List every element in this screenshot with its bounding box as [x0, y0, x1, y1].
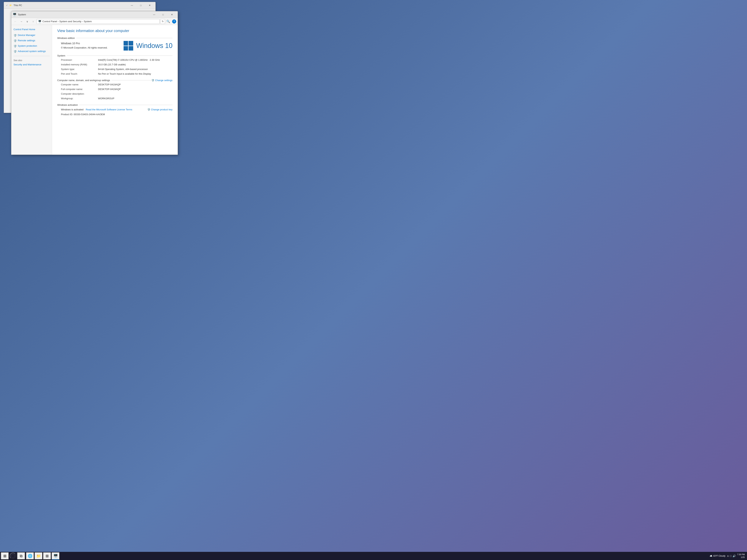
shield-icon-3: 🛡️	[14, 45, 17, 48]
sidebar-link-text-remote: Remote settings	[18, 39, 35, 42]
sidebar-link-text-protection: System protection	[18, 45, 37, 48]
full-computer-name-row: Full computer name: DESKTOP-0419AQP	[61, 88, 173, 90]
edition-copyright: © Microsoft Corporation. All rights rese…	[61, 46, 108, 50]
search-button[interactable]: 🔍	[166, 19, 171, 24]
path-separator-1: ›	[58, 20, 58, 23]
dropdown-button[interactable]: ∨	[25, 19, 30, 24]
computer-name-value: DESKTOP-0419AQP	[98, 83, 173, 86]
system-section-label: System	[57, 54, 65, 57]
activation-status-group: Windows is activated Read the Microsoft …	[61, 108, 132, 111]
win-square-tr	[129, 41, 133, 46]
taskbar-right: ☁️ 43°F Cloudy ∧ □ 🔊 7:30 PM 1/25	[710, 553, 746, 559]
sidebar-security-maintenance-link[interactable]: Security and Maintenance	[14, 63, 50, 66]
sidebar-item-system-protection[interactable]: 🛡️ System protection	[14, 45, 50, 48]
task-view-button[interactable]: ⧉	[17, 552, 25, 560]
help-button[interactable]: ?	[172, 20, 176, 24]
taskbar-edge-button[interactable]: 🌐	[26, 552, 34, 560]
system-minimize-button[interactable]: —	[150, 12, 158, 18]
system-info-table: Processor: Intel(R) Core(TM) i7-10610U C…	[57, 58, 173, 75]
address-path-control-panel[interactable]: Control Panel	[43, 20, 57, 23]
workgroup-row: Workgroup: WORKGROUP	[61, 97, 173, 100]
desktop: ✓ 📁 This PC — □ ✕ 🖥️ System — □ ✕ ←	[0, 0, 747, 560]
workgroup-label: Workgroup:	[61, 97, 98, 100]
system-close-button[interactable]: ✕	[168, 12, 176, 18]
activation-status-row: Windows is activated Read the Microsoft …	[57, 108, 173, 111]
content-area: View basic information about your comput…	[52, 25, 178, 155]
win-square-br	[129, 46, 133, 51]
taskbar-search-button[interactable]: ○	[10, 553, 16, 559]
activation-section-label: Windows activation	[57, 104, 78, 106]
product-id-row: Product ID: 00330-53403-24044-AAOEM	[57, 113, 173, 116]
system-section-header: System	[57, 54, 173, 57]
taskbar-system-button[interactable]: 🖥️	[52, 552, 60, 560]
change-settings-link[interactable]: 🛡️ Change settings	[151, 79, 173, 82]
edition-name: Windows 10 Pro	[61, 42, 108, 45]
settings-header-row: Computer name, domain, and workgroup set…	[57, 79, 173, 82]
system-type-value: 64-bit Operating System, x64-based proce…	[98, 68, 173, 71]
refresh-button[interactable]: ↻	[160, 19, 165, 24]
system-maximize-button[interactable]: □	[159, 12, 167, 18]
show-hidden-icons-button[interactable]: ∧	[727, 555, 729, 557]
sidebar-home-link[interactable]: Control Panel Home	[14, 28, 50, 31]
taskbar-weather[interactable]: ☁️ 43°F Cloudy	[710, 555, 725, 557]
thispc-maximize-button[interactable]: □	[136, 2, 145, 8]
path-separator-2: ›	[82, 20, 83, 23]
full-computer-name-value: DESKTOP-0419AQP	[98, 88, 173, 90]
folder-icon: 📁	[9, 4, 12, 7]
product-id-text: Product ID: 00330-53403-24044-AAOEM	[61, 113, 105, 116]
system-type-label: System type:	[61, 68, 98, 71]
win-square-tl	[124, 41, 128, 46]
start-button[interactable]: ⊞	[1, 552, 9, 560]
computer-settings-section: Computer name, domain, and workgroup set…	[57, 79, 173, 100]
taskbar-store-button[interactable]: ⊞	[43, 552, 51, 560]
thispc-title: This PC	[14, 4, 22, 7]
license-terms-link[interactable]: Read the Microsoft Software License Term…	[86, 108, 132, 111]
ram-value: 16.0 GB (15.7 GB usable)	[98, 63, 173, 66]
thispc-window-controls: — □ ✕	[128, 2, 154, 8]
sidebar-item-advanced-settings[interactable]: 🛡️ Advanced system settings	[14, 50, 50, 53]
processor-row: Processor: Intel(R) Core(TM) i7-10610U C…	[61, 58, 173, 61]
windows-logo-squares	[124, 41, 133, 51]
see-also-label: See also	[14, 59, 50, 62]
windows-edition-section: Windows edition Windows 10 Pro © Microso…	[57, 37, 173, 51]
taskbar-explorer-button[interactable]: 📁	[34, 552, 43, 560]
thispc-close-button[interactable]: ✕	[146, 2, 154, 8]
change-key-shield-icon: 🛡️	[147, 108, 150, 111]
change-settings-text: Change settings	[155, 79, 173, 82]
taskbar-apps: 🌐 📁 ⊞ 🖥️	[26, 552, 60, 560]
up-button[interactable]: ↑	[31, 19, 36, 24]
workgroup-value: WORKGROUP	[98, 97, 173, 100]
weather-icon: ☁️	[710, 555, 712, 557]
activation-section-header: Windows activation	[57, 104, 173, 106]
address-path-system-security[interactable]: System and Security	[59, 20, 81, 23]
ram-label: Installed memory (RAM):	[61, 63, 98, 66]
address-path-system[interactable]: System	[84, 20, 92, 23]
pen-touch-label: Pen and Touch:	[61, 73, 98, 75]
computer-name-row: Computer name: DESKTOP-0419AQP	[61, 83, 173, 86]
system-type-row: System type: 64-bit Operating System, x6…	[61, 68, 173, 71]
computer-settings-label: Computer name, domain, and workgroup set…	[57, 79, 110, 82]
computer-description-row: Computer description:	[61, 92, 173, 95]
sidebar-item-remote-settings[interactable]: 🛡️ Remote settings	[14, 39, 50, 42]
sidebar-link-text-device-manager: Device Manager	[18, 34, 35, 37]
computer-name-label: Computer name:	[61, 83, 98, 86]
language-icon[interactable]: □	[730, 555, 731, 557]
clock-date: 1/25	[737, 556, 745, 559]
volume-icon[interactable]: 🔊	[732, 555, 736, 557]
win-square-bl	[124, 46, 128, 51]
processor-label: Processor:	[61, 58, 98, 61]
computer-settings-table: Computer name: DESKTOP-0419AQP Full comp…	[57, 83, 173, 100]
sidebar-link-text-advanced: Advanced system settings	[18, 50, 46, 53]
address-path[interactable]: 🖥️ Control Panel › System and Security ›…	[36, 19, 159, 24]
pen-touch-value: No Pen or Touch Input is available for t…	[98, 73, 173, 75]
address-bar: ← → ∨ ↑ 🖥️ Control Panel › System and Se…	[11, 18, 178, 25]
thispc-minimize-button[interactable]: —	[128, 2, 136, 8]
change-product-key-link[interactable]: 🛡️ Change product key	[147, 108, 173, 111]
sidebar-item-device-manager[interactable]: 🛡️ Device Manager	[14, 34, 50, 37]
win10-logo-text: Windows 10	[136, 42, 173, 50]
back-button[interactable]: ←	[13, 19, 18, 24]
activation-status-text: Windows is activated	[61, 108, 83, 111]
forward-button[interactable]: →	[19, 19, 24, 24]
change-settings-shield-icon: 🛡️	[151, 79, 154, 82]
taskbar-clock[interactable]: 7:30 PM 1/25	[737, 553, 745, 559]
